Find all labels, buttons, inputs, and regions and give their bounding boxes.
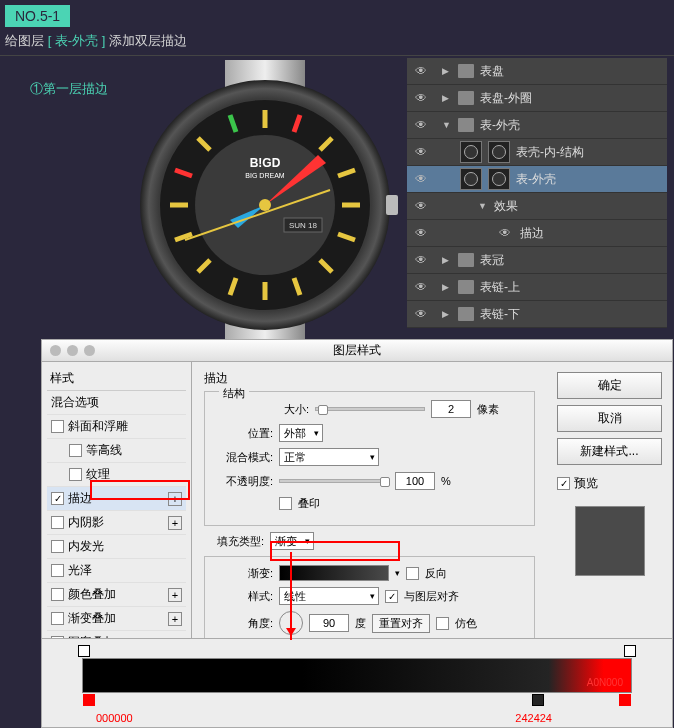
- layer-row[interactable]: 👁▶表冠: [407, 247, 667, 274]
- layer-row[interactable]: 👁▶表链-下: [407, 301, 667, 328]
- style-checkbox[interactable]: [51, 588, 64, 601]
- style-label: 颜色叠加: [68, 586, 116, 603]
- style-checkbox[interactable]: [51, 516, 64, 529]
- color1-label: 000000: [96, 712, 133, 724]
- overprint-checkbox[interactable]: [279, 497, 292, 510]
- gradient-preview[interactable]: [279, 565, 389, 581]
- svg-text:BIG DREAM: BIG DREAM: [245, 172, 284, 179]
- disclose-icon[interactable]: ▼: [442, 120, 452, 130]
- gradient-label: 渐变:: [213, 566, 273, 581]
- color-stop-right[interactable]: [619, 694, 631, 706]
- layer-row[interactable]: 👁▶表链-上: [407, 274, 667, 301]
- opacity-input[interactable]: [395, 472, 435, 490]
- add-instance-button[interactable]: +: [168, 492, 182, 506]
- position-label: 位置:: [213, 426, 273, 441]
- fill-type-label: 填充类型:: [204, 534, 264, 549]
- style-checkbox[interactable]: [69, 468, 82, 481]
- reset-align-button[interactable]: 重置对齐: [372, 614, 430, 633]
- style-checkbox[interactable]: [51, 540, 64, 553]
- style-item[interactable]: 内阴影+: [47, 511, 186, 535]
- disclose-icon[interactable]: ▶: [442, 255, 452, 265]
- visibility-icon[interactable]: 👁: [412, 278, 430, 296]
- layer-row[interactable]: 👁👁描边: [407, 220, 667, 247]
- cancel-button[interactable]: 取消: [557, 405, 662, 432]
- disclose-icon[interactable]: ▶: [442, 309, 452, 319]
- disclose-icon[interactable]: ▶: [442, 282, 452, 292]
- fill-type-select[interactable]: 渐变: [270, 532, 314, 550]
- dialog-right-panel: 确定 取消 新建样式... ✓ 预览: [547, 362, 672, 638]
- disclose-icon[interactable]: ▶: [442, 93, 452, 103]
- layer-row[interactable]: 👁表壳-内-结构: [407, 139, 667, 166]
- color-stop-left[interactable]: [83, 694, 95, 706]
- size-slider[interactable]: [315, 407, 425, 411]
- size-input[interactable]: [431, 400, 471, 418]
- visibility-icon[interactable]: 👁: [496, 224, 514, 242]
- visibility-icon[interactable]: 👁: [412, 251, 430, 269]
- dither-label: 仿色: [455, 616, 477, 631]
- opacity-slider[interactable]: [279, 479, 389, 483]
- style-item[interactable]: 等高线: [47, 439, 186, 463]
- layer-row[interactable]: 👁▼效果: [407, 193, 667, 220]
- visibility-icon[interactable]: 👁: [412, 305, 430, 323]
- add-instance-button[interactable]: +: [168, 588, 182, 602]
- add-instance-button[interactable]: +: [168, 612, 182, 626]
- visibility-icon[interactable]: 👁: [412, 116, 430, 134]
- visibility-icon[interactable]: 👁: [412, 197, 430, 215]
- layer-row[interactable]: 👁▶表盘: [407, 58, 667, 85]
- add-instance-button[interactable]: +: [168, 516, 182, 530]
- style-checkbox[interactable]: [51, 612, 64, 625]
- position-select[interactable]: 外部: [279, 424, 323, 442]
- layers-panel: 👁▶表盘👁▶表盘-外圈👁▼表-外壳👁表壳-内-结构👁表-外壳👁▼效果👁👁描边👁▶…: [407, 58, 667, 328]
- visibility-icon[interactable]: 👁: [412, 170, 430, 188]
- align-checkbox[interactable]: ✓: [385, 590, 398, 603]
- blend-select[interactable]: 正常: [279, 448, 379, 466]
- angle-input[interactable]: [309, 614, 349, 632]
- svg-text:B!GD: B!GD: [250, 156, 281, 170]
- style-item[interactable]: ✓描边+: [47, 487, 186, 511]
- style-item[interactable]: 光泽: [47, 559, 186, 583]
- layer-name: 效果: [494, 198, 518, 215]
- color-stop-mid[interactable]: [532, 694, 544, 706]
- visibility-icon[interactable]: 👁: [412, 89, 430, 107]
- ok-button[interactable]: 确定: [557, 372, 662, 399]
- watch-illustration: B!GD BIG DREAM SUN 18: [130, 60, 400, 350]
- preview-checkbox[interactable]: ✓: [557, 477, 570, 490]
- style-checkbox[interactable]: [51, 420, 64, 433]
- window-controls[interactable]: [50, 345, 95, 356]
- layer-row[interactable]: 👁▶表盘-外圈: [407, 85, 667, 112]
- layer-name: 表链-下: [480, 306, 520, 323]
- style-item[interactable]: 混合选项: [47, 391, 186, 415]
- layer-row[interactable]: 👁表-外壳: [407, 166, 667, 193]
- disclose-icon[interactable]: ▼: [478, 201, 488, 211]
- style-label: 纹理: [86, 466, 110, 483]
- visibility-icon[interactable]: 👁: [412, 62, 430, 80]
- opacity-stop-right[interactable]: [624, 645, 636, 657]
- reverse-checkbox[interactable]: [406, 567, 419, 580]
- style-item[interactable]: 纹理: [47, 463, 186, 487]
- dither-checkbox[interactable]: [436, 617, 449, 630]
- grad-style-select[interactable]: 线性: [279, 587, 379, 605]
- style-item[interactable]: 颜色叠加+: [47, 583, 186, 607]
- style-label: 渐变叠加: [68, 610, 116, 627]
- style-item[interactable]: 斜面和浮雕: [47, 415, 186, 439]
- gradient-bar[interactable]: A0N000: [82, 658, 632, 693]
- visibility-icon[interactable]: 👁: [412, 224, 430, 242]
- styles-list: 样式 混合选项斜面和浮雕等高线纹理✓描边+内阴影+内发光光泽颜色叠加+渐变叠加+…: [42, 362, 192, 638]
- layer-row[interactable]: 👁▼表-外壳: [407, 112, 667, 139]
- style-checkbox[interactable]: [51, 564, 64, 577]
- style-item[interactable]: 渐变叠加+: [47, 607, 186, 631]
- subtitle: ①第一层描边: [30, 80, 108, 98]
- style-checkbox[interactable]: ✓: [51, 492, 64, 505]
- style-checkbox[interactable]: [69, 444, 82, 457]
- new-style-button[interactable]: 新建样式...: [557, 438, 662, 465]
- align-label: 与图层对齐: [404, 589, 459, 604]
- folder-icon: [458, 91, 474, 105]
- folder-icon: [458, 118, 474, 132]
- style-item[interactable]: 内发光: [47, 535, 186, 559]
- disclose-icon[interactable]: ▶: [442, 66, 452, 76]
- opacity-stop-left[interactable]: [78, 645, 90, 657]
- visibility-icon[interactable]: 👁: [412, 143, 430, 161]
- dialog-titlebar[interactable]: 图层样式: [42, 340, 672, 362]
- divider: [0, 55, 674, 56]
- svg-point-23: [259, 199, 271, 211]
